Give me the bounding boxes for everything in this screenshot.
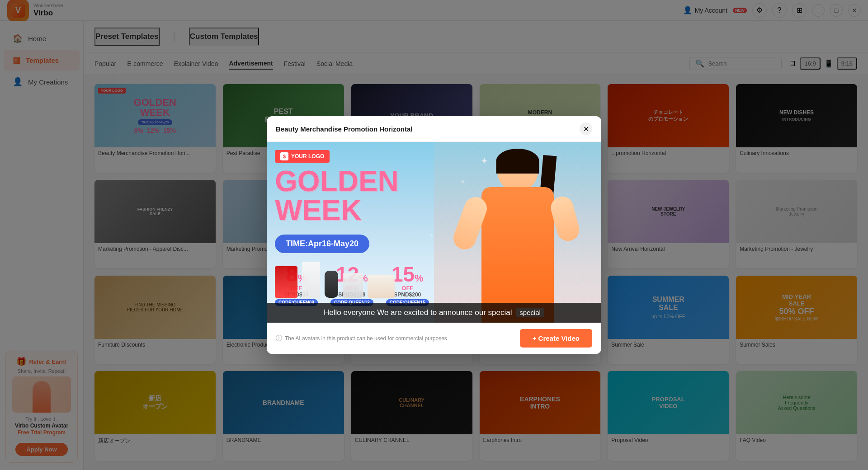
create-video-button[interactable]: + Create Video: [520, 329, 592, 348]
preview-person: [434, 142, 601, 323]
footer-info-text: The AI avatars in this product can be us…: [285, 335, 448, 342]
modal-header: Beauty Merchandise Promotion Horizontal …: [267, 116, 601, 142]
modal-title: Beauty Merchandise Promotion Horizontal: [276, 125, 413, 133]
modal-footer: ⓘ The AI avatars in this product can be …: [267, 323, 601, 354]
preview-time-text: TIME:Apr16-May20: [275, 235, 369, 253]
modal-overlay[interactable]: Beauty Merchandise Promotion Horizontal …: [0, 0, 868, 470]
template-preview-modal: Beauty Merchandise Promotion Horizontal …: [267, 116, 601, 354]
preview-golden-text: GOLDEN: [275, 167, 429, 196]
preview-subtitle-text: Hello everyone We are excited to announc…: [324, 308, 512, 317]
preview-products: [275, 262, 429, 298]
preview-logo: $ YOUR LOGO: [275, 150, 330, 163]
preview-week-text: WEEK: [275, 196, 429, 225]
footer-info: ⓘ The AI avatars in this product can be …: [276, 334, 514, 343]
modal-close-button[interactable]: ✕: [580, 122, 592, 135]
info-icon: ⓘ: [276, 334, 282, 343]
preview-subtitle: Hello everyone We are excited to announc…: [267, 303, 601, 323]
preview-time-block: TIME:Apr16-May20: [275, 235, 369, 253]
modal-preview: ✦ ✦ ✦ ✦ $ YOUR LOGO GOLDEN WEEK TIME:Apr…: [267, 142, 601, 323]
preview-title-block: GOLDEN WEEK: [275, 167, 429, 225]
preview-logo-text: YOUR LOGO: [291, 153, 324, 160]
